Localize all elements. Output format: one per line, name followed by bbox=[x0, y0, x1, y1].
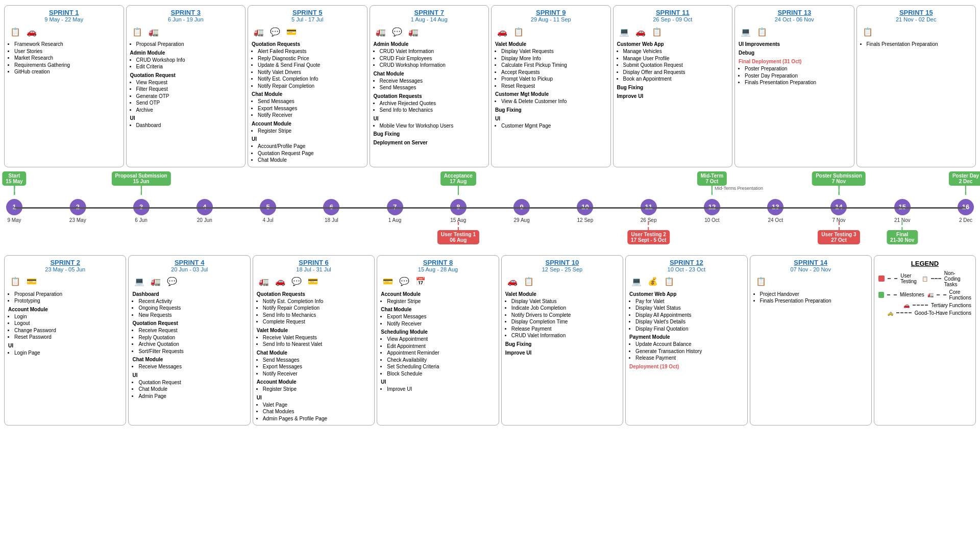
timeline-node-5[interactable]: 5 4 Jul bbox=[260, 199, 276, 223]
sprint-icon: 🚗 bbox=[24, 24, 39, 39]
list-item: Chat Modules bbox=[263, 408, 371, 415]
milestone-box: Acceptance17 Aug bbox=[440, 171, 476, 186]
section-title: Chat Module bbox=[252, 91, 363, 98]
sprint-icon: 📋 bbox=[662, 274, 676, 289]
timeline-node-4[interactable]: 4 20 Jun bbox=[197, 199, 213, 223]
list-item: Accept Requests bbox=[501, 69, 607, 76]
list-item: Edit Criteria bbox=[136, 63, 242, 70]
timeline-node-11[interactable]: 11 26 Sep bbox=[641, 199, 657, 223]
sprint-card-sprint1: SPRINT 1 9 May - 22 May 📋🚗 Framework Res… bbox=[4, 5, 124, 167]
sprint-title: SPRINT 9 bbox=[495, 9, 607, 16]
timeline-node-7[interactable]: 7 1 Aug bbox=[387, 199, 403, 223]
sprint-icon: 💬 bbox=[390, 24, 404, 39]
node-date-13: 24 Oct bbox=[768, 217, 782, 223]
section-title: UI bbox=[495, 115, 607, 122]
section-title: Improve UI bbox=[505, 349, 619, 357]
timeline-node-8[interactable]: 8 15 Aug bbox=[450, 199, 467, 223]
list-item: Block Schedule bbox=[387, 370, 495, 378]
section-list: Poster PreparationPoster Day Preparation… bbox=[745, 65, 850, 86]
list-item: Release Payment bbox=[635, 355, 743, 362]
timeline-bar: 1 9 May 2 23 May 3 6 Jun 4 20 Jun 5 4 Ju… bbox=[4, 170, 976, 252]
milestone-line bbox=[458, 186, 459, 195]
timeline-node-2[interactable]: 2 23 May bbox=[69, 199, 86, 223]
list-item: Customer Mgmt Page bbox=[501, 122, 607, 130]
sprint-content: Proposal PreparationPrototypingAccount M… bbox=[8, 291, 122, 357]
section-title: Chat Module bbox=[374, 70, 485, 78]
sprint-dates: 18 Jul - 31 Jul bbox=[257, 266, 371, 272]
timeline-node-9[interactable]: 9 29 Aug bbox=[513, 199, 530, 223]
legend-icon-noncoding: 📋 bbox=[922, 276, 928, 282]
sprint-icons: 📋💳 bbox=[8, 274, 122, 289]
section-title: Admin Module bbox=[374, 41, 485, 48]
timeline-node-10[interactable]: 10 12 Sep bbox=[577, 199, 593, 223]
timeline-node-16[interactable]: 16 2 Dec bbox=[958, 199, 974, 223]
legend-box: LEGEND User Testing 📋 Non-Coding Tasks M… bbox=[874, 255, 976, 426]
sprint-content: Customer Web AppManage VehiclesManage Us… bbox=[617, 41, 729, 100]
sprint-content: DashboardRecent ActivityOngoing Requests… bbox=[132, 291, 246, 400]
mid-terms-label-above: Mid-Terms Presentation bbox=[715, 186, 763, 191]
list-item: Receive Request bbox=[138, 327, 246, 334]
timeline-node-15[interactable]: 15 21 Nov bbox=[894, 199, 911, 223]
list-item: Project Handover bbox=[760, 291, 868, 298]
list-item: User Stories bbox=[14, 48, 120, 55]
legend-label-user-testing: User Testing bbox=[900, 273, 919, 284]
sprint-dates: 6 Jun - 19 Jun bbox=[130, 16, 242, 22]
list-item: Notify Est. Completion Info bbox=[263, 298, 371, 305]
timeline-node-6[interactable]: 6 18 Jul bbox=[323, 199, 339, 223]
list-item: Send Info to Nearest Valet bbox=[263, 341, 371, 348]
sprint-card-sprint6: SPRINT 6 18 Jul - 31 Jul 🚛🚗💬💳 Quotation … bbox=[253, 255, 375, 426]
list-item: Display Final Quotation bbox=[635, 325, 743, 333]
sprint-title: SPRINT 10 bbox=[505, 259, 619, 266]
testing-line bbox=[458, 222, 459, 230]
testing-below-7: User Testing 106 Aug bbox=[437, 222, 479, 244]
timeline-node-13[interactable]: 13 24 Oct bbox=[767, 199, 783, 223]
list-item: Login bbox=[14, 313, 122, 320]
main-container: SPRINT 1 9 May - 22 May 📋🚗 Framework Res… bbox=[0, 0, 980, 431]
section-list: Notify Est. Completion InfoNotify Repair… bbox=[263, 298, 371, 325]
section-list: Register Stripe bbox=[258, 128, 363, 135]
section-title: Bug Fixing bbox=[505, 341, 619, 348]
list-item: Display All Appointments bbox=[635, 312, 743, 319]
section-title: Debug bbox=[739, 49, 850, 57]
sprint-icons: 📋🚗 bbox=[8, 24, 120, 39]
list-item: Display Valet's Details bbox=[635, 318, 743, 325]
list-item: Market Research bbox=[14, 55, 120, 62]
sprint-dates: 15 Aug - 28 Aug bbox=[381, 266, 495, 272]
section-title: Scheduling Module bbox=[381, 329, 495, 336]
timeline-node-1[interactable]: 1 9 May bbox=[6, 199, 22, 223]
sprint-card-sprint2: SPRINT 2 23 May - 05 Jun 📋💳 Proposal Pre… bbox=[4, 255, 126, 426]
sprint-icon: 🚛 bbox=[374, 24, 388, 39]
timeline-node-3[interactable]: 3 6 Jun bbox=[133, 199, 150, 223]
sprint-icons: 🚛🚗💬💳 bbox=[257, 274, 371, 289]
list-item: Prototyping bbox=[14, 297, 122, 305]
list-item: Archive bbox=[136, 107, 242, 114]
milestone-above-2: Proposal Submission15 Jun bbox=[111, 171, 170, 195]
list-item: Reply Quotation bbox=[138, 334, 246, 341]
list-item: Export Messages bbox=[258, 105, 363, 112]
sprint-icon: 🚛 bbox=[406, 24, 421, 39]
sprint-icons: 🚗📋 bbox=[495, 24, 607, 39]
timeline-node-14[interactable]: 14 7 Nov bbox=[830, 199, 847, 223]
milestone-line bbox=[712, 186, 713, 195]
legend-icon-goodtohave: 🚕 bbox=[887, 310, 893, 316]
testing-below-13: User Testing 327 Oct bbox=[818, 222, 860, 244]
timeline-node-12[interactable]: 12 10 Oct bbox=[704, 199, 720, 223]
list-item: Notify Receiver bbox=[258, 112, 363, 119]
section-title: Valet Module bbox=[257, 327, 371, 334]
list-item: Check Availability bbox=[387, 357, 495, 364]
list-item: Finals Presentation Preparation bbox=[760, 297, 868, 305]
top-sprint-row: SPRINT 1 9 May - 22 May 📋🚗 Framework Res… bbox=[4, 5, 976, 167]
legend-item-user-testing: User Testing 📋 Non-Coding Tasks bbox=[878, 270, 971, 287]
sprint-icon: 🚛 bbox=[149, 274, 163, 289]
sprint-icon: 💻 bbox=[629, 274, 644, 289]
legend-dashed-noncoding bbox=[931, 278, 941, 279]
section-list: Register Stripe bbox=[263, 386, 371, 393]
sprint-dates: 23 May - 05 Jun bbox=[8, 266, 122, 272]
list-item: Appointment Reminder bbox=[387, 349, 495, 357]
list-item: CRUD Valet Information bbox=[380, 48, 485, 55]
legend-title: LEGEND bbox=[878, 260, 971, 267]
section-title: UI bbox=[381, 379, 495, 386]
milestone-above-7: Acceptance17 Aug bbox=[440, 171, 476, 195]
section-list: View RequestFilter RequestGenerate OTPSe… bbox=[136, 79, 242, 114]
section-title: Quotation Requests bbox=[374, 93, 485, 100]
